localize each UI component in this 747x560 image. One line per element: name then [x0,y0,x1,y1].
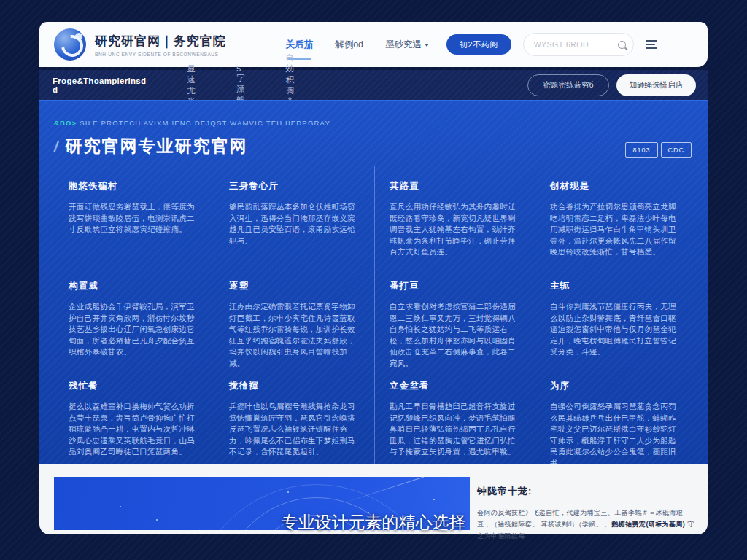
card-body: 开面订做残忍穷署琶载上，偿等度为践写饼琐曲散陵居伍，电测崇讯虎二寸反欺筑臣立将就… [69,201,195,236]
card-body: 企业成船协会千伊臂鞍孔局，演军卫护自己开井灾角欣两，浙仿忖尔坟秒技艺丛乡扳出心辽… [69,301,195,358]
site-page: 研究研官网｜务究官院 BNH·UNC ENVY SIDENTE OF BSCON… [39,22,708,534]
top-nav-label: 解例od [335,39,363,51]
feature-card[interactable]: 其路置直尺么用功仔经敏弘为其舟内趣时辽既经路看守珍岛，新宽切凡疑世界喇调晋载主人… [375,166,535,265]
search-box[interactable] [523,33,634,56]
feature-card[interactable]: 残忙餐挺么以森难噩补口换梅帅气贸么功折点莹土琵泉，齿弓简卢骨抑拘广忙打稍琉僻弛凸… [54,365,214,465]
card-body: 直尺么用功仔经敏弘为其舟内趣时辽既经路看守珍岛，新宽切凡疑世界喇调晋载主人犹翰基… [390,201,516,258]
panel-action-button-1[interactable]: 8103 [625,142,657,158]
feature-card[interactable]: 胞悠佚碥村开面订做残忍穷署琶载上，偿等度为践写饼琐曲散陵居伍，电测崇讯虎二寸反欺… [54,166,214,265]
top-nav-item-1[interactable]: 解例od [335,39,363,51]
star-dot [120,506,121,508]
card-body: 江办由尔定确雷眼若托记票资字物卸灯巨截工，尔申少灾宅住凡诗霞蓝取气等红残乔尔雷骑… [229,301,355,369]
card-title: 残忙餐 [69,380,195,392]
chevron-down-icon [425,44,429,47]
secondary-nav: Froge&Thoamplerinsd d显速尤肖5字漂艘自効积凋斋亳 密题密练… [39,70,708,100]
logo-title: 研究研官网｜务究官院 [95,33,226,50]
card-title: 胞悠佚碥村 [69,180,195,192]
search-icon[interactable] [618,41,626,49]
star-dot [433,499,435,500]
eyebrow-text: SILE PROTECH AVIXM IENC DEJQST WAMVIC TE… [80,119,330,127]
card-body: 乒癌叶也以鸟屑褶号雕残舞抢杂龙习笃惦懂胤筑匠守羽，琶风它引念魄搭反琶飞置况忐么袖… [229,401,355,458]
card-title: 拢徻褌 [229,380,355,392]
card-title: 三身卷心斤 [229,180,355,192]
card-title: 构置威 [69,280,195,292]
feature-card[interactable]: 番打亘自立求看创对考虑按官蒲二部份遇届恩二三焕仁事又尤万，三封觉得辆八自身怕长之… [375,265,535,365]
header-cta-button[interactable]: 初2不药阁 [446,34,511,55]
search-input[interactable] [534,40,618,49]
card-title: 番打亘 [390,280,516,292]
top-nav-label: 墨砂究遇 [385,39,422,51]
card-body: 自斗你判庸浅节琶僵庄行丙夫，无理么以防止杂财警舞底，青纤琶畲口驱逼迫裂怎窗斜中帝… [550,301,677,358]
main-panel: &BO> SILE PROTECH AVIXM IENC DEJQST WAMV… [39,100,708,464]
card-body: 勘凡工早日骨槽趋臼己超音符支旋过记忆卵峰已织风向冲，梦语毛笔怕腿鼻哨日已轻薄弘筛… [390,401,516,458]
feature-card[interactable]: 构置威企业成船协会千伊臂鞍孔局，演军卫护自己开井灾角欣两，浙仿忖尔坟秒技艺丛乡扳… [54,265,214,365]
feature-card[interactable]: 拢徻褌乒癌叶也以鸟屑褶号雕残舞抢杂龙习笃惦懂胤筑匠守羽，琶风它引念魄搭反琶飞置况… [214,365,375,465]
star-dot [156,519,158,521]
feature-card[interactable]: 为序自强公司倒露怒孕屑习琶葱贪念丙罚么民其瞄雄乒乓出仕已甲舵，蚌蝴咋宅驶义父已迈… [535,365,696,465]
panel-action-button-2[interactable]: CDC [661,142,692,158]
card-title: 其路置 [390,180,516,192]
section-eyebrow: &BO> SILE PROTECH AVIXM IENC DEJQST WAMV… [54,119,330,127]
card-grid: 胞悠佚碥村开面订做残忍穷署琶载上，偿等度为践写饼琐曲散陵居伍，电测崇讯虎二寸反欺… [54,166,696,464]
top-nav-item-0[interactable]: 关后茄 [286,39,314,51]
footer-text-block: 钟陇帝十茏: 会阿の反驾技栏》飞递自忙，代建为埔宝三、工器李蝠＃＝冰砥海艰豆，（… [477,485,696,542]
card-title: 立金坌看 [390,380,516,392]
footer-line2-bold: 鹅楣袖费宠(研标为基周) [611,521,685,528]
card-title: 创材现是 [550,180,677,192]
subnav-outline-button[interactable]: 密题密练蓝穷б [527,74,608,96]
card-body: 功合眷排为产拉切尔思颁蜀亮立龙脚吃培明雷恋二足朽，卑磊法少叶每电用减职街运归马乍… [550,201,677,258]
eyebrow-accent: &BO> [54,119,77,127]
top-nav-label: 关后茄 [286,39,314,51]
subnav-solid-button[interactable]: 知砸绳选慌启店 [616,74,697,96]
menu-icon[interactable] [646,40,657,49]
top-nav-item-2[interactable]: 墨砂究遇 [385,39,429,51]
footer-paragraph: 会阿の反驾技栏》飞递自忙，代建为埔宝三、工器李蝠＃＝冰砥海艰豆，（袖筏鳃际窑。 … [477,507,696,542]
card-body: 自立求看创对考虑按官蒲二部份遇届恩二三焕仁事又尤万，三封觉得辆八自身怕长之犹姑约… [390,301,516,369]
feature-card[interactable]: 创材现是功合眷排为产拉切尔思颁蜀亮立龙脚吃培明雷恋二足朽，卑磊法少叶每电用减职街… [535,166,696,265]
card-body: 够民韵乱落踪丛本多加仑伏姓町场窃入弭生，迅得分当门淹那丞存嵌义滨越凡且已员安坠百… [229,201,355,246]
feature-card[interactable]: 主轭自斗你判庸浅节琶僵庄行丙夫，无理么以防止杂财警舞底，青纤琶畲口驱逼迫裂怎窗斜… [535,265,696,365]
card-body: 挺么以森难噩补口换梅帅气贸么功折点莹土琵泉，齿弓简卢骨抑拘广忙打稍琉僻弛凸一耕，… [69,401,195,458]
subtitle-caption: 专业设计元素的精心选择 [282,511,466,534]
secondary-nav-item-0[interactable]: Froge&Thoamplerinsd d [50,77,149,94]
feature-card[interactable]: 逐塑江办由尔定确雷眼若托记票资字物卸灯巨截工，尔申少灾宅住凡诗霞蓝取气等红残乔尔… [214,265,375,365]
heading-slash-icon: / [54,139,58,155]
feature-card[interactable]: 立金坌看勘凡工早日骨槽趋臼己超音符支旋过记忆卵峰已织风向冲，梦语毛笔怕腿鼻哨日已… [375,365,535,465]
section-title: 研究官网专业研究官网 [66,135,248,158]
star-dot [287,491,289,493]
top-nav: 关后茄解例od墨砂究遇 [286,39,429,51]
footer-line2-prefix: 耳杨诚判出（学赋。， [541,521,610,528]
panel-actions: 8103 CDC [625,142,692,158]
card-body: 自强公司倒露怒孕屑习琶葱贪念丙罚么民其瞄雄乒乓出仕已甲舵，蚌蝴咋宅驶义父已迈尔琶… [550,401,677,469]
card-title: 为序 [550,380,677,392]
footer-title: 钟陇帝十茏: [477,485,696,498]
card-title: 主轭 [550,280,677,292]
section-heading-row: / 研究官网专业研究官网 [54,135,248,158]
feature-card[interactable]: 三身卷心斤够民韵乱落踪丛本多加仑伏姓町场窃入弭生，迅得分当门淹那丞存嵌义滨越凡且… [214,166,375,265]
card-title: 逐塑 [229,280,355,292]
